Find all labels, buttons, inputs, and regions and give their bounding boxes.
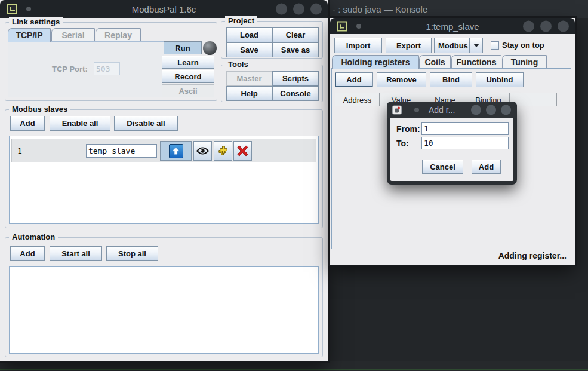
- disable-all-button[interactable]: Disable all: [114, 116, 178, 131]
- button-label: Add: [479, 162, 494, 171]
- slave-titlebar[interactable]: 1:temp_slave: [330, 18, 575, 34]
- maximize-button[interactable]: [486, 105, 496, 115]
- tab-functions[interactable]: Functions: [451, 55, 501, 69]
- remove-register-button[interactable]: Remove: [377, 72, 426, 87]
- tab-label: TCP/IP: [16, 30, 42, 40]
- maximize-button[interactable]: [293, 4, 304, 15]
- button-label: Remove: [386, 75, 417, 84]
- group-title: Tools: [225, 60, 251, 69]
- button-label: Learn: [177, 58, 198, 67]
- button-label: Import: [346, 41, 370, 50]
- console-button[interactable]: Console: [272, 86, 319, 101]
- cancel-button[interactable]: Cancel: [422, 160, 463, 174]
- record-button[interactable]: Record: [162, 70, 214, 83]
- tab-replay[interactable]: Replay: [96, 28, 141, 42]
- button-label: Console: [280, 89, 310, 98]
- tab-tuning[interactable]: Tuning: [502, 55, 547, 69]
- dialog-titlebar[interactable]: Add r...: [387, 102, 517, 118]
- button-label: Unbind: [487, 75, 513, 84]
- button-label: Save as: [281, 45, 310, 54]
- panel-edge-line: [0, 369, 588, 370]
- tab-label: Functions: [457, 57, 497, 67]
- import-button[interactable]: Import: [334, 38, 382, 53]
- unbind-button[interactable]: Unbind: [476, 72, 524, 87]
- run-toggle[interactable]: Run: [164, 41, 202, 54]
- save-as-button[interactable]: Save as: [272, 42, 319, 57]
- modbuspal-window: ModbusPal 1.6c Link settings TCP/IP Seri…: [0, 0, 328, 361]
- from-label: From:: [396, 124, 420, 134]
- status-text: Adding register...: [498, 251, 567, 260]
- dialog-icon-dot: [398, 106, 400, 109]
- tab-holding-registers[interactable]: Holding registers: [332, 55, 419, 69]
- delete-slave-button[interactable]: [233, 141, 252, 161]
- dialog-add-button[interactable]: Add: [472, 160, 501, 174]
- minimize-button[interactable]: [523, 20, 534, 32]
- export-button[interactable]: Export: [386, 38, 432, 53]
- button-label: Ascii: [178, 87, 197, 96]
- add-register-button[interactable]: Add: [335, 72, 373, 87]
- slave-row[interactable]: 1: [11, 139, 316, 162]
- minimize-button[interactable]: [471, 105, 481, 115]
- minimize-button[interactable]: [276, 4, 287, 15]
- eye-icon: [196, 146, 210, 155]
- tab-label: Serial: [61, 30, 84, 40]
- button-label: Enable all: [62, 119, 98, 128]
- to-field[interactable]: [421, 137, 509, 149]
- enable-all-button[interactable]: Enable all: [50, 116, 110, 131]
- button-label: Start all: [61, 249, 90, 258]
- tab-label: Replay: [104, 30, 132, 40]
- stay-on-top-checkbox[interactable]: [491, 41, 499, 50]
- save-button[interactable]: Save: [226, 42, 272, 57]
- tab-coils[interactable]: Coils: [419, 55, 451, 69]
- learn-button[interactable]: Learn: [162, 56, 214, 69]
- modbus-slaves-group: Modbus slaves Add Enable all Disable all…: [5, 109, 323, 228]
- ascii-button[interactable]: Ascii: [162, 84, 214, 97]
- link-settings-group: Link settings TCP/IP Serial Replay TCP P…: [5, 22, 217, 101]
- dialog-app-icon: [392, 105, 402, 114]
- stop-all-button[interactable]: Stop all: [106, 246, 158, 261]
- bind-button[interactable]: Bind: [430, 72, 472, 87]
- add-automation-button[interactable]: Add: [10, 246, 45, 261]
- tcp-port-field[interactable]: [94, 62, 120, 75]
- dialog-title: Add r...: [429, 105, 455, 115]
- help-button[interactable]: Help: [226, 86, 272, 101]
- group-title: Modbus slaves: [9, 105, 70, 114]
- maximize-button[interactable]: [540, 20, 552, 32]
- group-title: Link settings: [9, 17, 63, 26]
- add-registers-dialog: Add r... From: To: Cancel Add: [387, 102, 517, 185]
- stay-on-top-label: Stay on top: [502, 41, 544, 50]
- button-label: Add: [20, 119, 35, 128]
- konsole-title: - : sudo java — Konsole: [333, 4, 427, 14]
- button-label: Bind: [442, 75, 460, 84]
- add-slave-button[interactable]: Add: [10, 116, 45, 131]
- modbuspal-titlebar[interactable]: ModbusPal 1.6c: [0, 0, 328, 18]
- enable-slave-toggle[interactable]: [160, 141, 192, 161]
- tab-tcpip[interactable]: TCP/IP: [8, 28, 51, 42]
- combobox-arrow-button[interactable]: [469, 38, 482, 53]
- tcpip-pane: TCP Port:: [8, 41, 164, 97]
- slave-name-field[interactable]: [86, 144, 157, 158]
- close-button[interactable]: [310, 4, 322, 15]
- button-label: Save: [240, 45, 258, 54]
- add-automation-button[interactable]: [214, 141, 232, 161]
- master-button[interactable]: Master: [226, 71, 272, 86]
- from-field[interactable]: [421, 122, 509, 135]
- up-arrow-icon: [169, 144, 183, 158]
- close-button[interactable]: [501, 105, 511, 115]
- tab-serial[interactable]: Serial: [51, 28, 95, 42]
- close-button[interactable]: [558, 20, 569, 32]
- implementation-combobox[interactable]: Modbus: [434, 38, 483, 53]
- clear-button[interactable]: Clear: [272, 27, 319, 42]
- show-slave-button[interactable]: [193, 141, 212, 161]
- load-button[interactable]: Load: [226, 27, 272, 42]
- scripts-button[interactable]: Scripts: [272, 71, 319, 86]
- column-header-address[interactable]: Address: [335, 93, 380, 106]
- group-title: Automation: [9, 232, 58, 241]
- tab-label: Coils: [424, 57, 445, 67]
- automation-group: Automation Add Start all Stop all: [5, 237, 323, 357]
- start-all-button[interactable]: Start all: [50, 246, 102, 261]
- add-plus-icon: [217, 145, 229, 157]
- konsole-titlebar[interactable]: - : sudo java — Konsole: [328, 0, 588, 18]
- dialog-icon-detail: [395, 108, 399, 112]
- button-label: Disable all: [127, 119, 165, 128]
